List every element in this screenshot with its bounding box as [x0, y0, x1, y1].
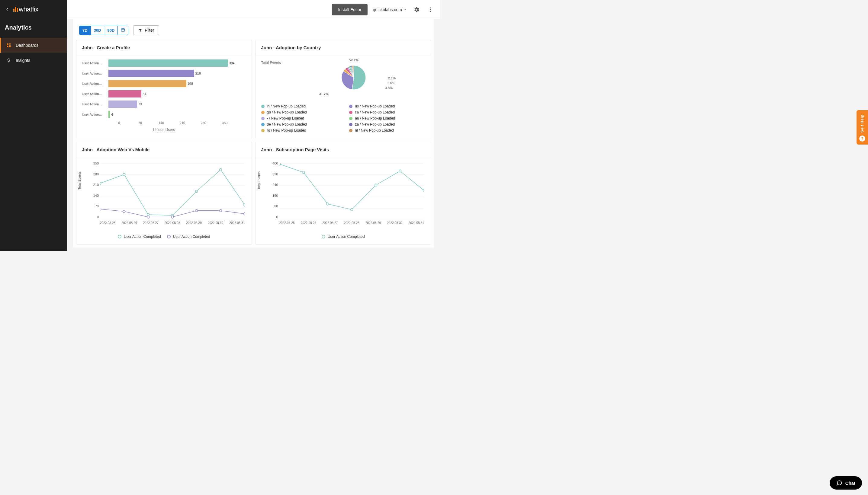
- card-title: John - Adoption Web Vs Mobile: [77, 142, 252, 157]
- bar-value: 84: [143, 92, 146, 96]
- legend-item: ca / New Pop-up Loaded: [349, 110, 425, 114]
- filters-row: 7D 30D 90D Filter: [76, 22, 431, 37]
- line-chart: Total Events 400320240160800 2022-08-252…: [261, 161, 425, 225]
- svg-point-38: [302, 171, 305, 173]
- svg-point-28: [196, 209, 198, 212]
- legend-item: de / New Pop-up Loaded: [261, 122, 337, 126]
- settings-icon[interactable]: [412, 5, 421, 14]
- bar-chart: User Action…304User Action…218User Actio…: [82, 59, 246, 118]
- filter-button[interactable]: Filter: [133, 25, 159, 35]
- install-editor-button[interactable]: Install Editor: [332, 4, 367, 15]
- legend-item: User Action Completed: [118, 235, 161, 239]
- bar-row: User Action…73: [82, 101, 246, 108]
- bar-value: 218: [196, 71, 201, 75]
- legend-item: User Action Completed: [322, 235, 365, 239]
- legend-dot: [349, 123, 352, 126]
- svg-point-25: [123, 210, 126, 212]
- svg-point-29: [220, 209, 222, 212]
- bar-row: User Action…4: [82, 111, 246, 118]
- bar-label: User Action…: [82, 113, 105, 116]
- pie-chart: 52.1% 2.1% 3.6% 3.8% 31.7%: [282, 59, 425, 102]
- legend-dot: [261, 117, 265, 120]
- svg-rect-0: [7, 44, 9, 45]
- filter-icon: [138, 28, 142, 32]
- pie-slice-label: 3.6%: [387, 81, 395, 85]
- range-7d-button[interactable]: 7D: [80, 26, 90, 35]
- bar-value: 198: [187, 82, 193, 85]
- bar-row: User Action…84: [82, 90, 246, 98]
- range-calendar-button[interactable]: [117, 26, 128, 35]
- topbar: Install Editor quickolabs.com: [67, 0, 440, 19]
- date-range-group: 7D 30D 90D: [79, 25, 128, 35]
- legend-dot: [261, 105, 265, 108]
- card-title: John - Adoption by Country: [256, 40, 431, 55]
- svg-rect-3: [7, 46, 9, 47]
- legend-item: in / New Pop-up Loaded: [261, 104, 337, 108]
- more-vertical-icon[interactable]: [426, 5, 435, 14]
- account-dropdown[interactable]: quickolabs.com: [373, 7, 407, 12]
- svg-rect-1: [9, 44, 11, 45]
- legend-item: - / New Pop-up Loaded: [261, 116, 337, 120]
- svg-rect-2: [9, 45, 11, 47]
- card-adoption-country: John - Adoption by Country Total Events …: [255, 40, 431, 138]
- legend-dot: [261, 123, 265, 126]
- legend-label: za / New Pop-up Loaded: [355, 122, 395, 126]
- legend-item: au / New Pop-up Loaded: [349, 116, 425, 120]
- svg-point-4: [430, 7, 431, 8]
- card-title: John - Create a Profile: [77, 40, 252, 55]
- legend-item: gb / New Pop-up Loaded: [261, 110, 337, 114]
- sidebar: whatfix Analytics Dashboards Insights: [0, 0, 67, 251]
- bar-x-axis-title: Unique Users: [82, 128, 246, 132]
- sidebar-item-insights[interactable]: Insights: [0, 53, 67, 68]
- legend-label: gb / New Pop-up Loaded: [267, 110, 307, 114]
- dashboard-icon: [6, 42, 12, 48]
- range-30d-button[interactable]: 30D: [90, 26, 104, 35]
- pie-metric-label: Total Events: [261, 59, 282, 102]
- legend-marker: [118, 235, 121, 238]
- chart-legend: User Action CompletedUser Action Complet…: [82, 235, 246, 239]
- svg-point-22: [220, 168, 222, 171]
- pie-slice-label: 2.1%: [388, 76, 396, 80]
- svg-point-23: [244, 204, 245, 206]
- svg-point-18: [123, 173, 126, 176]
- legend-label: ro / New Pop-up Loaded: [267, 128, 306, 133]
- bar: [108, 111, 110, 118]
- svg-point-26: [147, 216, 150, 218]
- legend-label: - / New Pop-up Loaded: [267, 116, 304, 120]
- legend-label: ca / New Pop-up Loaded: [355, 110, 395, 114]
- legend-item: za / New Pop-up Loaded: [349, 122, 425, 126]
- legend-label: de / New Pop-up Loaded: [267, 122, 307, 126]
- chart-legend: User Action Completed: [261, 235, 425, 239]
- range-90d-button[interactable]: 90D: [104, 26, 117, 35]
- card-web-vs-mobile: John - Adoption Web Vs Mobile Total Even…: [76, 142, 252, 244]
- bar-label: User Action…: [82, 61, 105, 65]
- back-icon[interactable]: [4, 6, 10, 12]
- account-name: quickolabs.com: [373, 7, 402, 12]
- svg-point-17: [100, 182, 101, 184]
- bar: [108, 59, 228, 67]
- legend-item: User Action Completed: [167, 235, 210, 239]
- svg-point-40: [350, 208, 353, 211]
- svg-point-24: [100, 208, 101, 210]
- calendar-icon: [121, 28, 125, 32]
- sidebar-item-dashboards[interactable]: Dashboards: [0, 38, 67, 53]
- legend-label: User Action Completed: [173, 235, 210, 239]
- bar-value: 304: [229, 61, 235, 65]
- sidebar-title: Analytics: [0, 19, 67, 38]
- card-title: John - Subscription Page Visits: [256, 142, 431, 157]
- bar-row: User Action…304: [82, 59, 246, 67]
- bar: [108, 70, 194, 77]
- legend-item: us / New Pop-up Loaded: [349, 104, 425, 108]
- pie-legend: in / New Pop-up Loadedus / New Pop-up Lo…: [261, 104, 425, 133]
- legend-dot: [349, 117, 352, 120]
- legend-dot: [349, 129, 352, 132]
- pie-slice-label: 3.8%: [385, 86, 393, 90]
- legend-label: User Action Completed: [124, 235, 161, 239]
- bar-row: User Action…218: [82, 70, 246, 77]
- pie-slice-label: 31.7%: [319, 92, 329, 96]
- svg-point-27: [171, 216, 174, 218]
- pie-slice-label: 52.1%: [349, 58, 358, 62]
- svg-rect-7: [121, 28, 125, 31]
- legend-label: in / New Pop-up Loaded: [267, 104, 306, 108]
- line-chart: Total Events 350280210140700 2022-08-252…: [82, 161, 246, 225]
